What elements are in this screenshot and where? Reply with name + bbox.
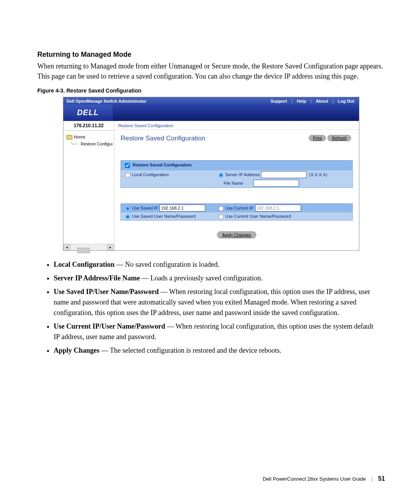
print-button[interactable]: Print — [309, 135, 326, 141]
intro-paragraph: When returning to Managed mode from eith… — [37, 61, 385, 81]
nav-about[interactable]: About — [316, 99, 328, 103]
list-item: Apply Changes — The selected configurati… — [54, 345, 375, 356]
panel-ip-credentials: Use Saved IP Use Current IP — [121, 203, 353, 220]
use-saved-creds-radio[interactable] — [125, 214, 130, 219]
top-nav-links: Support | Help | About | Log Out — [269, 99, 356, 103]
file-name-input[interactable] — [253, 180, 299, 187]
folder-icon — [66, 135, 72, 140]
page-footer: Dell PowerConnect 28xx Systems User Guid… — [262, 475, 385, 482]
nav-tree: Home └── Restore Configurati — [63, 131, 114, 147]
scroll-right-icon[interactable]: ► — [107, 244, 114, 250]
screenshot-container: Dell OpenManage Switch Administrator Sup… — [63, 97, 359, 251]
server-ip-hint: (X.X.X.X) — [309, 172, 327, 177]
figure-caption: Figure 4-3. Restore Saved Configuration — [37, 88, 385, 94]
apply-changes-button[interactable]: Apply Changes — [217, 231, 256, 238]
use-saved-creds-label: Use Saved User Name/Password — [132, 214, 196, 219]
breadcrumb: Restore Saved Configuration — [114, 121, 359, 130]
list-item: Server IP Address/File Name — Loads a pr… — [54, 273, 375, 284]
refresh-button[interactable]: Refresh — [327, 135, 351, 141]
restore-config-checkbox[interactable] — [125, 163, 130, 168]
scroll-thumb[interactable] — [77, 248, 90, 253]
use-saved-ip-label: Use Saved IP — [132, 206, 158, 210]
panel-restore-config: Restore Saved Configuration Local Config… — [121, 160, 353, 188]
use-current-ip-radio[interactable] — [219, 206, 224, 211]
definition-list: Local Configuration — No saved configura… — [46, 259, 385, 356]
dell-logo-tab: DELL — [63, 105, 113, 121]
list-item: Local Configuration — No saved configura… — [54, 259, 375, 270]
sidebar: 176.210.11.22 Home └── Restore Configura… — [63, 121, 114, 250]
window-title: Dell OpenManage Switch Administrator — [66, 99, 147, 103]
section-heading: Returning to Managed Mode — [37, 51, 385, 59]
footer-separator: | — [371, 476, 373, 482]
use-saved-ip-radio[interactable] — [125, 206, 130, 211]
use-current-ip-input[interactable] — [255, 205, 301, 212]
scroll-left-icon[interactable]: ◄ — [63, 244, 70, 250]
sidebar-ip: 176.210.11.22 — [63, 121, 114, 131]
server-ip-input[interactable] — [261, 171, 307, 178]
local-config-label: Local Configuration — [132, 172, 169, 177]
tree-leaf-restore[interactable]: └── Restore Configurati — [70, 141, 112, 148]
use-current-creds-label: Use Current User Name/Password — [225, 214, 291, 219]
server-ip-label: Server IP Address — [225, 172, 259, 177]
file-name-label: File Name — [224, 181, 243, 186]
list-item: Use Saved IP/User Name/Password — When r… — [54, 287, 375, 318]
dell-logo-text: DELL — [77, 108, 99, 117]
use-current-ip-label: Use Current IP — [225, 206, 254, 210]
use-current-creds-radio[interactable] — [219, 214, 224, 219]
server-ip-radio[interactable] — [219, 173, 224, 178]
footer-guide-name: Dell PowerConnect 28xx Systems User Guid… — [262, 476, 366, 482]
sidebar-scrollbar[interactable]: ◄ ► — [63, 244, 114, 250]
use-saved-ip-input[interactable] — [159, 205, 205, 212]
tree-root[interactable]: Home — [66, 134, 112, 141]
panel1-header: Restore Saved Configuration — [121, 161, 352, 170]
footer-page-number: 51 — [378, 475, 385, 482]
list-item: Use Current IP/User Name/Password — When… — [54, 321, 375, 342]
logo-strip: DELL — [63, 105, 359, 121]
main-area: Restore Saved Configuration Print Refres… — [114, 121, 359, 250]
nav-help[interactable]: Help — [297, 99, 306, 103]
local-config-radio[interactable] — [125, 173, 130, 178]
nav-logout[interactable]: Log Out — [338, 99, 354, 103]
window-titlebar: Dell OpenManage Switch Administrator Sup… — [63, 97, 359, 105]
nav-support[interactable]: Support — [271, 99, 287, 103]
